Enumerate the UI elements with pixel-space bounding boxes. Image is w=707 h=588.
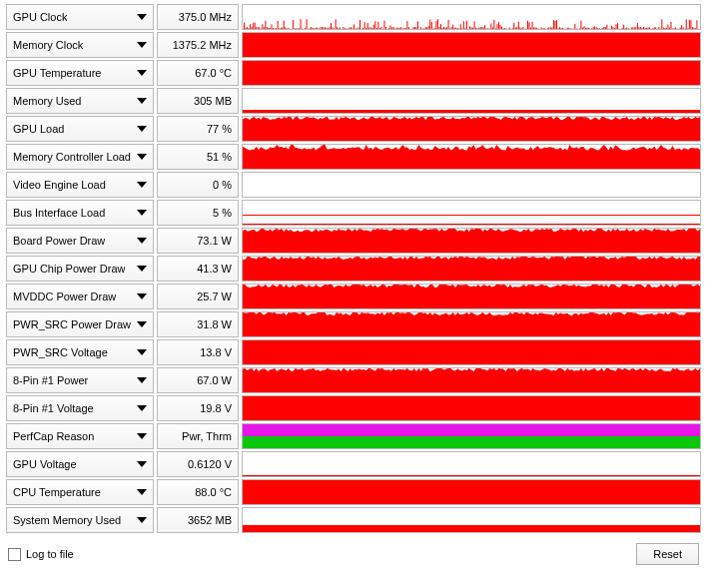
- sensor-row: GPU Voltage0.6120 V: [6, 451, 701, 477]
- sensor-label: GPU Clock: [13, 11, 67, 23]
- chevron-down-icon: [137, 405, 147, 411]
- sensor-row: Memory Clock1375.2 MHz: [6, 32, 701, 58]
- sensor-label: Memory Used: [13, 95, 81, 107]
- chevron-down-icon: [137, 517, 147, 523]
- sensor-label: System Memory Used: [13, 514, 121, 526]
- chevron-down-icon: [137, 70, 147, 76]
- chevron-down-icon: [137, 433, 147, 439]
- sensor-label: GPU Chip Power Draw: [13, 263, 125, 275]
- sensor-graph: [242, 256, 701, 282]
- sensor-label: PWR_SRC Power Draw: [13, 318, 131, 330]
- sensor-dropdown[interactable]: 8-Pin #1 Voltage: [6, 395, 154, 421]
- sensor-dropdown[interactable]: Memory Used: [6, 88, 154, 114]
- sensor-row: GPU Clock375.0 MHz: [6, 4, 701, 30]
- chevron-down-icon: [137, 210, 147, 216]
- sensor-value: 51 %: [157, 144, 239, 170]
- sensor-dropdown[interactable]: Memory Clock: [6, 32, 154, 58]
- sensor-dropdown[interactable]: GPU Voltage: [6, 451, 154, 477]
- sensor-value: 67.0 °C: [157, 60, 239, 86]
- sensor-value: 305 MB: [157, 88, 239, 114]
- sensor-dropdown[interactable]: GPU Temperature: [6, 60, 154, 86]
- sensor-graph: [242, 88, 701, 114]
- chevron-down-icon: [137, 349, 147, 355]
- sensor-dropdown[interactable]: GPU Load: [6, 116, 154, 142]
- sensor-dropdown[interactable]: GPU Chip Power Draw: [6, 256, 154, 282]
- sensor-dropdown[interactable]: Bus Interface Load: [6, 200, 154, 226]
- sensor-graph: [242, 367, 701, 393]
- sensor-value: 41.3 W: [157, 256, 239, 282]
- sensor-row: CPU Temperature88.0 °C: [6, 479, 701, 505]
- sensor-dropdown[interactable]: PWR_SRC Power Draw: [6, 311, 154, 337]
- sensor-label: PWR_SRC Voltage: [13, 346, 108, 358]
- sensor-label: MVDDC Power Draw: [13, 291, 116, 302]
- sensor-dropdown[interactable]: MVDDC Power Draw: [6, 284, 154, 309]
- sensor-label: Memory Clock: [13, 39, 83, 51]
- sensor-graph: [242, 32, 701, 58]
- chevron-down-icon: [137, 489, 147, 495]
- chevron-down-icon: [137, 266, 147, 272]
- svg-marker-305: [243, 312, 700, 336]
- chevron-down-icon: [137, 42, 147, 48]
- sensor-dropdown[interactable]: PerfCap Reason: [6, 423, 154, 449]
- svg-marker-306: [243, 368, 700, 392]
- sensor-dropdown[interactable]: System Memory Used: [6, 507, 154, 533]
- sensor-row: MVDDC Power Draw25.7 W: [6, 284, 701, 309]
- sensor-label: PerfCap Reason: [13, 430, 94, 442]
- sensor-graph: [242, 172, 701, 198]
- sensor-dropdown[interactable]: 8-Pin #1 Power: [6, 367, 154, 393]
- log-to-file-checkbox[interactable]: Log to file: [8, 548, 74, 561]
- chevron-down-icon: [137, 182, 147, 188]
- sensor-label: 8-Pin #1 Voltage: [13, 402, 94, 414]
- chevron-down-icon: [137, 98, 147, 104]
- sensor-dropdown[interactable]: PWR_SRC Voltage: [6, 339, 154, 365]
- chevron-down-icon: [137, 126, 147, 132]
- sensor-row: Video Engine Load0 %: [6, 172, 701, 198]
- sensor-value: 25.7 W: [157, 284, 239, 309]
- sensor-value: 0 %: [157, 172, 239, 198]
- sensor-row: Memory Controller Load51 %: [6, 144, 701, 170]
- sensor-graph: [242, 395, 701, 421]
- chevron-down-icon: [137, 377, 147, 383]
- sensor-row: PWR_SRC Voltage13.8 V: [6, 339, 701, 365]
- sensor-value: 31.8 W: [157, 311, 239, 337]
- sensor-dropdown[interactable]: Video Engine Load: [6, 172, 154, 198]
- sensor-value: 73.1 W: [157, 228, 239, 254]
- sensor-value: 88.0 °C: [157, 479, 239, 505]
- sensor-graph: [242, 451, 701, 477]
- sensor-value: 13.8 V: [157, 339, 239, 365]
- svg-marker-301: [243, 145, 700, 169]
- sensor-row: Memory Used305 MB: [6, 88, 701, 114]
- sensor-label: 8-Pin #1 Power: [13, 374, 88, 386]
- sensor-row: 8-Pin #1 Voltage19.8 V: [6, 395, 701, 421]
- sensor-value: 67.0 W: [157, 367, 239, 393]
- sensor-dropdown[interactable]: Memory Controller Load: [6, 144, 154, 170]
- sensor-graph: [242, 228, 701, 254]
- svg-marker-302: [243, 229, 700, 253]
- svg-marker-300: [243, 117, 700, 141]
- sensor-value: 0.6120 V: [157, 451, 239, 477]
- sensor-label: GPU Voltage: [13, 458, 77, 470]
- sensor-label: CPU Temperature: [13, 486, 101, 498]
- sensor-dropdown[interactable]: CPU Temperature: [6, 479, 154, 505]
- sensor-graph: [242, 311, 701, 337]
- chevron-down-icon: [137, 238, 147, 244]
- sensor-graph: [242, 507, 701, 533]
- sensor-label: Memory Controller Load: [13, 151, 131, 163]
- sensor-graph: [242, 4, 701, 30]
- checkbox-icon: [8, 548, 21, 561]
- sensor-value: Pwr, Thrm: [157, 423, 239, 449]
- sensor-graph: [242, 116, 701, 142]
- sensor-row: Bus Interface Load5 %: [6, 200, 701, 226]
- sensor-graph: [242, 284, 701, 309]
- sensor-dropdown[interactable]: Board Power Draw: [6, 228, 154, 254]
- chevron-down-icon: [137, 154, 147, 160]
- reset-button[interactable]: Reset: [636, 543, 699, 565]
- sensor-label: Bus Interface Load: [13, 207, 105, 219]
- sensor-value: 5 %: [157, 200, 239, 226]
- sensor-label: Video Engine Load: [13, 179, 106, 191]
- chevron-down-icon: [137, 321, 147, 327]
- sensor-graph: [242, 479, 701, 505]
- sensor-label: Board Power Draw: [13, 235, 105, 247]
- sensor-graph: [242, 423, 701, 449]
- sensor-dropdown[interactable]: GPU Clock: [6, 4, 154, 30]
